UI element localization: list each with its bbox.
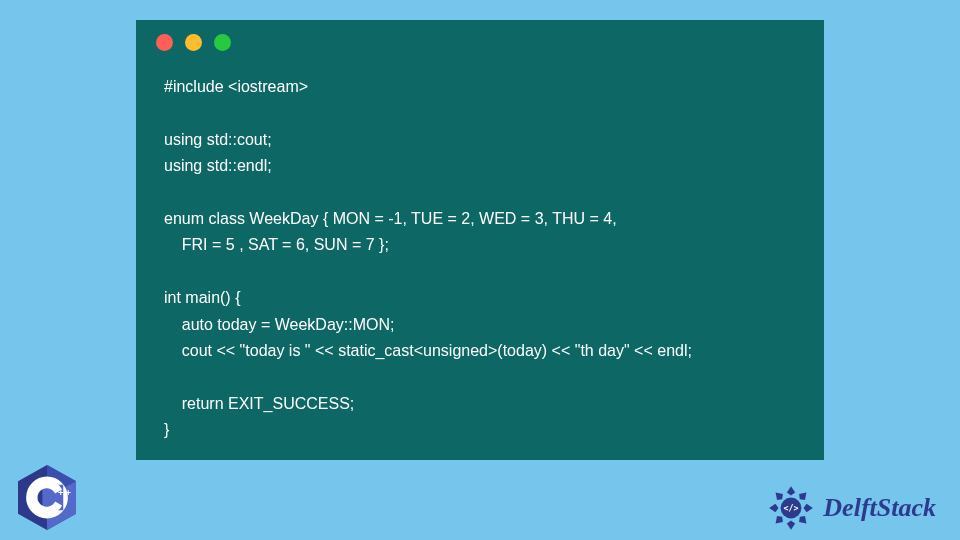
- minimize-icon[interactable]: [185, 34, 202, 51]
- svg-text:+: +: [66, 488, 72, 498]
- svg-text:</>: </>: [784, 503, 799, 513]
- window-titlebar: [136, 20, 824, 64]
- close-icon[interactable]: [156, 34, 173, 51]
- code-body: #include <iostream> using std::cout; usi…: [136, 64, 824, 463]
- maximize-icon[interactable]: [214, 34, 231, 51]
- code-window: #include <iostream> using std::cout; usi…: [136, 20, 824, 460]
- svg-marker-13: [773, 514, 786, 527]
- svg-marker-15: [773, 490, 786, 503]
- svg-marker-10: [804, 504, 813, 512]
- svg-text:+: +: [58, 488, 64, 498]
- svg-marker-9: [797, 490, 810, 503]
- svg-marker-11: [797, 514, 810, 527]
- svg-marker-12: [787, 520, 795, 529]
- svg-marker-8: [787, 486, 795, 495]
- svg-marker-14: [770, 504, 779, 512]
- delftstack-branding: </> DelftStack: [765, 482, 936, 534]
- delftstack-text: DelftStack: [823, 493, 936, 523]
- cpp-logo-icon: + +: [18, 465, 76, 530]
- delftstack-logo-icon: </>: [765, 482, 817, 534]
